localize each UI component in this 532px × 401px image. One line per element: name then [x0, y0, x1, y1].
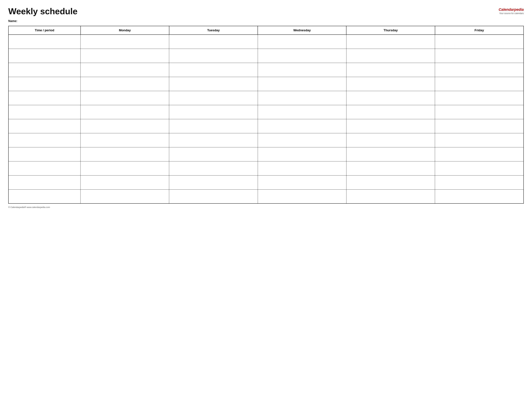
name-label: Name:: [8, 19, 524, 23]
header-thursday: Thursday: [346, 26, 435, 35]
table-cell[interactable]: [81, 91, 169, 105]
table-cell[interactable]: [169, 63, 258, 77]
table-row: [8, 175, 524, 189]
table-row: [8, 133, 524, 147]
table-cell[interactable]: [258, 49, 346, 63]
table-cell[interactable]: [435, 49, 524, 63]
logo-tagline: Your source for calendars: [499, 12, 524, 15]
table-cell[interactable]: [8, 161, 81, 175]
table-cell[interactable]: [169, 133, 258, 147]
table-cell[interactable]: [435, 175, 524, 189]
table-cell[interactable]: [435, 91, 524, 105]
table-cell[interactable]: [258, 119, 346, 133]
table-cell[interactable]: [81, 161, 169, 175]
table-cell[interactable]: [258, 77, 346, 91]
logo-area: Calendarpedia Your source for calendars: [499, 7, 524, 15]
footer: © Calendarpedia® www.calendarpedia.com: [8, 206, 524, 209]
table-cell[interactable]: [346, 189, 435, 204]
table-row: [8, 147, 524, 161]
table-cell[interactable]: [8, 35, 81, 49]
table-cell[interactable]: [258, 91, 346, 105]
header-wednesday: Wednesday: [258, 26, 346, 35]
table-cell[interactable]: [169, 91, 258, 105]
table-cell[interactable]: [169, 175, 258, 189]
table-cell[interactable]: [346, 175, 435, 189]
table-cell[interactable]: [169, 49, 258, 63]
table-cell[interactable]: [258, 175, 346, 189]
table-cell[interactable]: [81, 77, 169, 91]
table-cell[interactable]: [346, 91, 435, 105]
table-cell[interactable]: [258, 63, 346, 77]
header-time-period: Time / period: [8, 26, 81, 35]
table-cell[interactable]: [435, 63, 524, 77]
table-cell[interactable]: [435, 189, 524, 204]
table-cell[interactable]: [258, 147, 346, 161]
table-cell[interactable]: [169, 189, 258, 204]
table-cell[interactable]: [435, 147, 524, 161]
page-title: Weekly schedule: [8, 7, 77, 16]
table-cell[interactable]: [346, 105, 435, 119]
table-cell[interactable]: [169, 35, 258, 49]
table-cell[interactable]: [435, 119, 524, 133]
table-row: [8, 161, 524, 175]
table-cell[interactable]: [435, 105, 524, 119]
header-monday: Monday: [81, 26, 169, 35]
table-cell[interactable]: [346, 77, 435, 91]
table-cell[interactable]: [258, 161, 346, 175]
table-row: [8, 63, 524, 77]
table-cell[interactable]: [81, 189, 169, 204]
table-cell[interactable]: [258, 133, 346, 147]
table-cell[interactable]: [346, 147, 435, 161]
logo-prefix: Calendar: [499, 7, 514, 12]
table-cell[interactable]: [8, 175, 81, 189]
table-cell[interactable]: [81, 105, 169, 119]
table-cell[interactable]: [8, 49, 81, 63]
table-cell[interactable]: [169, 119, 258, 133]
table-cell[interactable]: [8, 91, 81, 105]
table-cell[interactable]: [435, 161, 524, 175]
table-cell[interactable]: [169, 147, 258, 161]
table-cell[interactable]: [81, 63, 169, 77]
table-row: [8, 119, 524, 133]
table-cell[interactable]: [258, 35, 346, 49]
table-row: [8, 35, 524, 49]
table-cell[interactable]: [81, 175, 169, 189]
table-row: [8, 189, 524, 204]
table-cell[interactable]: [8, 189, 81, 204]
schedule-table: Time / period Monday Tuesday Wednesday T…: [8, 26, 524, 204]
header-tuesday: Tuesday: [169, 26, 258, 35]
table-cell[interactable]: [346, 49, 435, 63]
table-cell[interactable]: [8, 105, 81, 119]
table-header-row: Time / period Monday Tuesday Wednesday T…: [8, 26, 524, 35]
table-cell[interactable]: [81, 35, 169, 49]
table-cell[interactable]: [81, 147, 169, 161]
logo-text: Calendarpedia: [499, 7, 524, 12]
header-friday: Friday: [435, 26, 524, 35]
table-cell[interactable]: [435, 133, 524, 147]
table-cell[interactable]: [346, 133, 435, 147]
table-cell[interactable]: [346, 161, 435, 175]
table-cell[interactable]: [346, 63, 435, 77]
table-cell[interactable]: [258, 105, 346, 119]
table-cell[interactable]: [435, 77, 524, 91]
table-cell[interactable]: [81, 133, 169, 147]
table-row: [8, 105, 524, 119]
table-row: [8, 49, 524, 63]
table-cell[interactable]: [169, 77, 258, 91]
table-cell[interactable]: [346, 35, 435, 49]
table-cell[interactable]: [169, 105, 258, 119]
table-cell[interactable]: [8, 77, 81, 91]
table-cell[interactable]: [8, 119, 81, 133]
table-cell[interactable]: [81, 49, 169, 63]
table-row: [8, 77, 524, 91]
table-cell[interactable]: [346, 119, 435, 133]
table-cell[interactable]: [435, 35, 524, 49]
table-cell[interactable]: [8, 63, 81, 77]
table-cell[interactable]: [8, 133, 81, 147]
table-cell[interactable]: [169, 161, 258, 175]
table-row: [8, 91, 524, 105]
table-cell[interactable]: [8, 147, 81, 161]
logo-suffix: pedia: [514, 7, 524, 12]
table-cell[interactable]: [81, 119, 169, 133]
table-cell[interactable]: [258, 189, 346, 204]
